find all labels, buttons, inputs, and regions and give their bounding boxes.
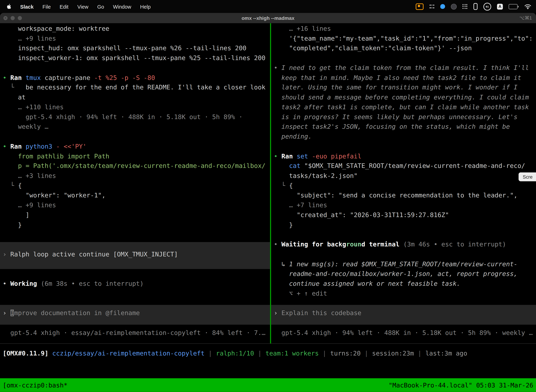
terminal-line: from pathlib import Path bbox=[3, 151, 270, 161]
terminal-line: • Ran tmux capture-pane -t %25 -p -S -80 bbox=[3, 73, 270, 83]
wifi-icon[interactable] bbox=[524, 4, 531, 9]
menu-file[interactable]: File bbox=[42, 4, 51, 9]
terminal-line: at bbox=[3, 93, 270, 103]
terminal-line: } bbox=[274, 220, 536, 230]
terminal-line bbox=[3, 289, 270, 299]
dark-circle-menulet-icon[interactable] bbox=[451, 4, 457, 9]
window-shortcut-hint: ⌥⌘1 bbox=[519, 13, 532, 23]
terminal-lines: … +16 lines '{"team_name":"my-team","tas… bbox=[271, 23, 536, 338]
terminal-line: inspect_worker-1: omx sparkshell --tmux-… bbox=[3, 53, 270, 63]
menu-items: FileEditViewGoWindowHelp bbox=[42, 4, 151, 9]
blue-drop-menulet-icon[interactable] bbox=[440, 4, 445, 9]
terminal-line: inspect task2's JSON, focusing on the st… bbox=[274, 122, 536, 132]
terminal-lines: workspace_mode: worktree … +9 lines insp… bbox=[0, 23, 270, 338]
tmux-status-bar: [omx-cczip0:bash* "MacBook-Pro-44.local"… bbox=[0, 378, 536, 392]
terminal-line: "created_at": "2026-03-31T11:59:27.816Z" bbox=[274, 210, 536, 220]
tmux-pane-right[interactable]: … +16 lines '{"team_name":"my-team","tas… bbox=[271, 23, 536, 343]
terminal-line: tasks/task-2.json" bbox=[274, 171, 536, 181]
terminal-line: └ { bbox=[3, 181, 270, 191]
terminal-line: task2 after task1 is complete, but can I… bbox=[274, 103, 536, 112]
terminal-line bbox=[3, 240, 270, 250]
terminal-line: … +16 lines bbox=[274, 24, 536, 34]
menu-edit[interactable]: Edit bbox=[60, 4, 68, 9]
terminal-line bbox=[3, 299, 270, 308]
input-source-icon[interactable]: A bbox=[497, 4, 503, 9]
terminal-line: • Working (6m 38s • esc to interrupt) bbox=[3, 279, 270, 289]
terminal-line: continue assigned work or next feasible … bbox=[274, 279, 536, 289]
macos-menu-bar: Slack FileEditViewGoWindowHelp 61 A bbox=[0, 0, 536, 13]
terminal-line bbox=[3, 230, 270, 240]
terminal-line: weekly … bbox=[3, 122, 270, 132]
terminal-line bbox=[3, 132, 270, 142]
apple-menu-icon[interactable] bbox=[6, 3, 11, 9]
terminal-line: p = Path('.omx/state/team/review-current… bbox=[3, 161, 270, 171]
terminal-line: … +110 lines bbox=[3, 103, 270, 112]
terminal-line: gpt-5.4 xhigh · essay/ai-reimplementatio… bbox=[3, 328, 270, 338]
terminal-content: workspace_mode: worktree … +9 lines insp… bbox=[0, 23, 536, 343]
terminal-line: • Ran set -euo pipefail bbox=[274, 151, 536, 161]
terminal-line bbox=[274, 299, 536, 308]
terminal-line bbox=[3, 259, 270, 269]
pill-menulet-icon[interactable] bbox=[474, 3, 478, 10]
terminal-line: later. Using the same for transition mig… bbox=[274, 83, 536, 93]
terminal-line: gpt-5.4 xhigh · 94% left · 488K in · 5.1… bbox=[3, 112, 270, 122]
terminal-line bbox=[274, 230, 536, 240]
terminal-line: inspect_hud: omx sparkshell --tmux-pane … bbox=[3, 44, 270, 53]
terminal-line bbox=[3, 269, 270, 279]
terminal-line: readme-and-reco/mailbox/worker-1.json, a… bbox=[274, 269, 536, 279]
terminal-line: ] bbox=[3, 210, 270, 220]
terminal-line: "completed","claim_token":"claim-token"}… bbox=[274, 44, 536, 53]
terminal-line: should send a message before completing … bbox=[274, 93, 536, 103]
active-app-name[interactable]: Slack bbox=[20, 4, 34, 9]
omx-status-line: [OMX#0.11.9] cczip/essay/ai-reimplementa… bbox=[0, 344, 536, 358]
terminal-line: } bbox=[3, 220, 270, 230]
screenshot-tooltip: Scre bbox=[519, 173, 536, 182]
terminal-line: pending. bbox=[274, 132, 536, 142]
window-title: omx --xhigh --madmax bbox=[0, 13, 536, 23]
terminal-line: … +3 lines bbox=[3, 171, 270, 181]
omx-status-zone: [OMX#0.11.9] cczip/essay/ai-reimplementa… bbox=[0, 344, 536, 378]
terminal-line: … +9 lines bbox=[3, 34, 270, 44]
terminal-line: … +9 lines bbox=[3, 201, 270, 210]
dots-grid-menulet-icon[interactable] bbox=[463, 4, 468, 9]
battery-icon[interactable] bbox=[509, 4, 518, 9]
terminal-line: cat "$OMX_TEAM_STATE_ROOT/team/review-cu… bbox=[274, 161, 536, 171]
terminal-line: ⌥ + ↑ edit bbox=[274, 289, 536, 299]
terminal-line: is in progress? It seems likely but perh… bbox=[274, 112, 536, 122]
terminal-line: workspace_mode: worktree bbox=[3, 24, 270, 34]
terminal-line bbox=[274, 250, 536, 259]
terminal-line bbox=[3, 318, 270, 328]
terminal-line bbox=[274, 142, 536, 151]
terminal-line: › Explain this codebase bbox=[274, 308, 536, 318]
terminal-line: gpt-5.4 xhigh · 94% left · 488K in · 5.1… bbox=[274, 328, 536, 338]
terminal-line: └ be necessary for the end of the README… bbox=[3, 83, 270, 93]
menu-window[interactable]: Window bbox=[113, 4, 131, 9]
terminal-line bbox=[3, 63, 270, 73]
terminal-line: › Ralph loop active continue [OMX_TMUX_I… bbox=[3, 250, 270, 259]
terminal-line: • I need to get the claim token from the… bbox=[274, 63, 536, 73]
screen-recording-indicator-icon[interactable] bbox=[416, 3, 424, 10]
terminal-line: keep that in mind. Maybe I also need the… bbox=[274, 73, 536, 83]
menu-help[interactable]: Help bbox=[140, 4, 151, 9]
terminal-line: └ { bbox=[274, 181, 536, 191]
terminal-line bbox=[274, 53, 536, 63]
screen: Slack FileEditViewGoWindowHelp 61 A bbox=[0, 0, 536, 392]
tmux-host-clock: "MacBook-Pro-44.local" 05:03 31-Mar-26 bbox=[389, 382, 533, 389]
tmux-pane-left[interactable]: workspace_mode: worktree … +9 lines insp… bbox=[0, 23, 270, 343]
terminal-line: … +7 lines bbox=[274, 201, 536, 210]
terminal-line: '{"team_name":"my-team","task_id":"1","f… bbox=[274, 34, 536, 44]
menu-go[interactable]: Go bbox=[97, 4, 104, 9]
terminal-line: "worker": "worker-1", bbox=[3, 191, 270, 201]
terminal-line bbox=[274, 318, 536, 328]
battery-percent-ring-icon[interactable]: 61 bbox=[483, 3, 491, 10]
terminal-line: › Improve documentation in @filename bbox=[3, 308, 270, 318]
terminal-line: ↳ 1 new msg(s): read $OMX_TEAM_STATE_ROO… bbox=[274, 259, 536, 269]
terminal-line: • Waiting for background terminal (3m 46… bbox=[274, 240, 536, 250]
tmux-session-label[interactable]: [omx-cczip0:bash* bbox=[3, 382, 67, 389]
grid-menulet-icon[interactable] bbox=[429, 4, 435, 9]
window-title-bar[interactable]: × omx --xhigh --madmax ⌥⌘1 bbox=[0, 13, 536, 23]
terminal-line: • Ran python3 - <<'PY' bbox=[3, 142, 270, 151]
terminal-line: "subject": "send a concise recommendatio… bbox=[274, 191, 536, 201]
menu-view[interactable]: View bbox=[77, 4, 88, 9]
